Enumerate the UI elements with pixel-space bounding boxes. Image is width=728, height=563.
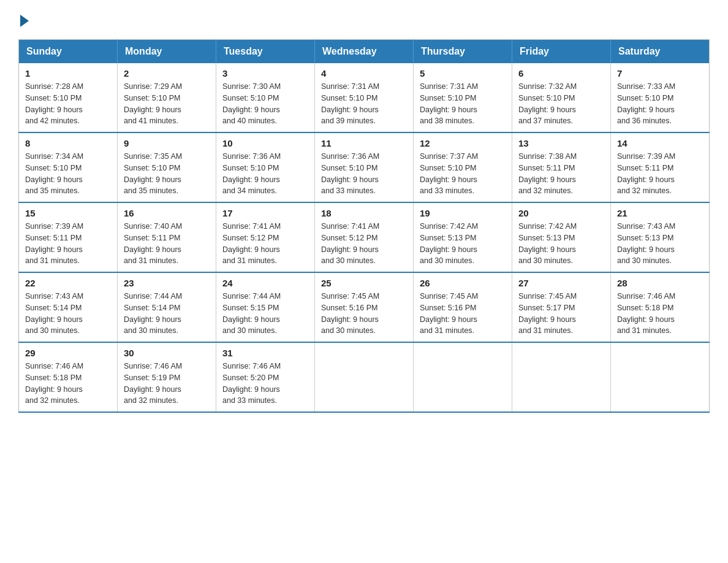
calendar-day-cell <box>414 342 512 412</box>
day-info: Sunrise: 7:44 AMSunset: 5:15 PMDaylight:… <box>222 291 308 337</box>
calendar-day-cell: 27Sunrise: 7:45 AMSunset: 5:17 PMDayligh… <box>512 272 611 342</box>
day-of-week-header: Tuesday <box>216 40 315 64</box>
day-number: 27 <box>518 278 604 288</box>
day-of-week-header: Wednesday <box>315 40 414 64</box>
day-number: 13 <box>518 138 604 148</box>
calendar-header: SundayMondayTuesdayWednesdayThursdayFrid… <box>19 40 710 64</box>
day-info: Sunrise: 7:33 AMSunset: 5:10 PMDaylight:… <box>617 81 703 127</box>
calendar-day-cell: 11Sunrise: 7:36 AMSunset: 5:10 PMDayligh… <box>315 132 414 202</box>
logo-arrow-icon <box>20 15 29 27</box>
calendar-day-cell: 17Sunrise: 7:41 AMSunset: 5:12 PMDayligh… <box>216 202 315 272</box>
calendar-day-cell: 4Sunrise: 7:31 AMSunset: 5:10 PMDaylight… <box>315 63 414 132</box>
day-info: Sunrise: 7:38 AMSunset: 5:11 PMDaylight:… <box>518 151 604 197</box>
day-number: 14 <box>617 138 703 148</box>
day-number: 26 <box>420 278 506 288</box>
calendar-day-cell: 25Sunrise: 7:45 AMSunset: 5:16 PMDayligh… <box>315 272 414 342</box>
day-of-week-header: Sunday <box>19 40 118 64</box>
calendar-day-cell <box>315 342 414 412</box>
calendar-week-row: 22Sunrise: 7:43 AMSunset: 5:14 PMDayligh… <box>19 272 710 342</box>
calendar-day-cell: 9Sunrise: 7:35 AMSunset: 5:10 PMDaylight… <box>118 132 216 202</box>
day-info: Sunrise: 7:36 AMSunset: 5:10 PMDaylight:… <box>321 151 407 197</box>
day-info: Sunrise: 7:43 AMSunset: 5:13 PMDaylight:… <box>617 221 703 267</box>
day-number: 3 <box>222 68 308 79</box>
day-number: 15 <box>25 208 111 218</box>
day-of-week-header: Thursday <box>414 40 512 64</box>
day-info: Sunrise: 7:29 AMSunset: 5:10 PMDaylight:… <box>124 81 210 127</box>
calendar-day-cell: 15Sunrise: 7:39 AMSunset: 5:11 PMDayligh… <box>19 202 118 272</box>
calendar-day-cell: 18Sunrise: 7:41 AMSunset: 5:12 PMDayligh… <box>315 202 414 272</box>
calendar-day-cell: 16Sunrise: 7:40 AMSunset: 5:11 PMDayligh… <box>118 202 216 272</box>
calendar-day-cell: 2Sunrise: 7:29 AMSunset: 5:10 PMDaylight… <box>118 63 216 132</box>
calendar-day-cell: 3Sunrise: 7:30 AMSunset: 5:10 PMDaylight… <box>216 63 315 132</box>
day-info: Sunrise: 7:34 AMSunset: 5:10 PMDaylight:… <box>25 151 111 197</box>
day-of-week-header: Monday <box>118 40 216 64</box>
day-number: 31 <box>222 348 308 358</box>
calendar-day-cell: 22Sunrise: 7:43 AMSunset: 5:14 PMDayligh… <box>19 272 118 342</box>
calendar-day-cell: 7Sunrise: 7:33 AMSunset: 5:10 PMDaylight… <box>611 63 710 132</box>
day-number: 5 <box>420 68 506 79</box>
day-number: 17 <box>222 208 308 218</box>
calendar-day-cell: 1Sunrise: 7:28 AMSunset: 5:10 PMDaylight… <box>19 63 118 132</box>
day-number: 19 <box>420 208 506 218</box>
calendar-day-cell <box>512 342 611 412</box>
calendar-day-cell: 14Sunrise: 7:39 AMSunset: 5:11 PMDayligh… <box>611 132 710 202</box>
day-info: Sunrise: 7:39 AMSunset: 5:11 PMDaylight:… <box>617 151 703 197</box>
day-number: 7 <box>617 68 703 79</box>
day-info: Sunrise: 7:28 AMSunset: 5:10 PMDaylight:… <box>25 81 111 127</box>
calendar-week-row: 29Sunrise: 7:46 AMSunset: 5:18 PMDayligh… <box>19 342 710 412</box>
calendar-day-cell: 8Sunrise: 7:34 AMSunset: 5:10 PMDaylight… <box>19 132 118 202</box>
day-number: 30 <box>124 348 210 358</box>
calendar-day-cell: 19Sunrise: 7:42 AMSunset: 5:13 PMDayligh… <box>414 202 512 272</box>
day-info: Sunrise: 7:46 AMSunset: 5:20 PMDaylight:… <box>222 361 308 407</box>
day-info: Sunrise: 7:43 AMSunset: 5:14 PMDaylight:… <box>25 291 111 337</box>
days-of-week-row: SundayMondayTuesdayWednesdayThursdayFrid… <box>19 40 710 64</box>
day-info: Sunrise: 7:39 AMSunset: 5:11 PMDaylight:… <box>25 221 111 267</box>
day-info: Sunrise: 7:45 AMSunset: 5:16 PMDaylight:… <box>420 291 506 337</box>
day-number: 2 <box>124 68 210 79</box>
day-number: 25 <box>321 278 407 288</box>
day-info: Sunrise: 7:32 AMSunset: 5:10 PMDaylight:… <box>518 81 604 127</box>
day-info: Sunrise: 7:44 AMSunset: 5:14 PMDaylight:… <box>124 291 210 337</box>
calendar-day-cell: 20Sunrise: 7:42 AMSunset: 5:13 PMDayligh… <box>512 202 611 272</box>
day-number: 1 <box>25 68 111 79</box>
calendar-day-cell: 10Sunrise: 7:36 AMSunset: 5:10 PMDayligh… <box>216 132 315 202</box>
day-info: Sunrise: 7:31 AMSunset: 5:10 PMDaylight:… <box>321 81 407 127</box>
day-info: Sunrise: 7:46 AMSunset: 5:19 PMDaylight:… <box>124 361 210 407</box>
day-number: 20 <box>518 208 604 218</box>
day-info: Sunrise: 7:45 AMSunset: 5:16 PMDaylight:… <box>321 291 407 337</box>
day-info: Sunrise: 7:46 AMSunset: 5:18 PMDaylight:… <box>617 291 703 337</box>
calendar-day-cell: 5Sunrise: 7:31 AMSunset: 5:10 PMDaylight… <box>414 63 512 132</box>
day-number: 22 <box>25 278 111 288</box>
day-info: Sunrise: 7:41 AMSunset: 5:12 PMDaylight:… <box>321 221 407 267</box>
day-number: 24 <box>222 278 308 288</box>
calendar-week-row: 15Sunrise: 7:39 AMSunset: 5:11 PMDayligh… <box>19 202 710 272</box>
day-number: 18 <box>321 208 407 218</box>
calendar-day-cell: 29Sunrise: 7:46 AMSunset: 5:18 PMDayligh… <box>19 342 118 412</box>
day-info: Sunrise: 7:45 AMSunset: 5:17 PMDaylight:… <box>518 291 604 337</box>
day-number: 21 <box>617 208 703 218</box>
day-number: 8 <box>25 138 111 148</box>
page-header <box>18 12 710 27</box>
calendar-day-cell: 13Sunrise: 7:38 AMSunset: 5:11 PMDayligh… <box>512 132 611 202</box>
day-info: Sunrise: 7:35 AMSunset: 5:10 PMDaylight:… <box>124 151 210 197</box>
day-info: Sunrise: 7:30 AMSunset: 5:10 PMDaylight:… <box>222 81 308 127</box>
day-number: 4 <box>321 68 407 79</box>
logo <box>18 12 29 27</box>
day-number: 10 <box>222 138 308 148</box>
calendar-table: SundayMondayTuesdayWednesdayThursdayFrid… <box>18 39 710 413</box>
calendar-day-cell <box>611 342 710 412</box>
day-number: 11 <box>321 138 407 148</box>
day-info: Sunrise: 7:40 AMSunset: 5:11 PMDaylight:… <box>124 221 210 267</box>
calendar-day-cell: 31Sunrise: 7:46 AMSunset: 5:20 PMDayligh… <box>216 342 315 412</box>
calendar-week-row: 1Sunrise: 7:28 AMSunset: 5:10 PMDaylight… <box>19 63 710 132</box>
calendar-day-cell: 12Sunrise: 7:37 AMSunset: 5:10 PMDayligh… <box>414 132 512 202</box>
day-info: Sunrise: 7:36 AMSunset: 5:10 PMDaylight:… <box>222 151 308 197</box>
calendar-day-cell: 28Sunrise: 7:46 AMSunset: 5:18 PMDayligh… <box>611 272 710 342</box>
day-number: 28 <box>617 278 703 288</box>
calendar-day-cell: 26Sunrise: 7:45 AMSunset: 5:16 PMDayligh… <box>414 272 512 342</box>
calendar-day-cell: 24Sunrise: 7:44 AMSunset: 5:15 PMDayligh… <box>216 272 315 342</box>
day-number: 9 <box>124 138 210 148</box>
day-number: 23 <box>124 278 210 288</box>
day-info: Sunrise: 7:42 AMSunset: 5:13 PMDaylight:… <box>420 221 506 267</box>
day-info: Sunrise: 7:31 AMSunset: 5:10 PMDaylight:… <box>420 81 506 127</box>
